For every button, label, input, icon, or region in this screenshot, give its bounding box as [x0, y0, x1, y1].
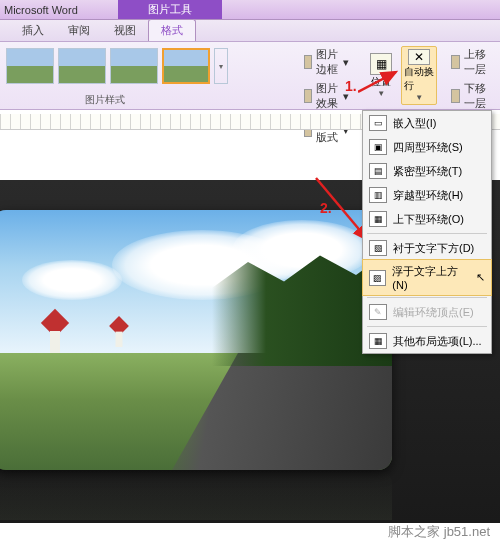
picture-border-label: 图片边框 [316, 47, 339, 77]
menu-item-topbottom[interactable]: ▦上下型环绕(O) [363, 207, 491, 231]
menu-label: 衬于文字下方(D) [393, 241, 474, 256]
picture-effects-label: 图片效果 [316, 81, 339, 111]
tab-format[interactable]: 格式 [148, 19, 196, 41]
style-thumb[interactable] [58, 48, 106, 84]
photo-windmill [40, 313, 70, 353]
through-icon: ▥ [369, 187, 387, 203]
dropdown-arrow-icon: ▼ [377, 89, 385, 98]
ribbon: ▾ 图片样式 图片边框 ▾ 图片效果 ▾ 图片版式 ▾ ▦ 位置 ▼ ✕ 自动换… [0, 42, 500, 110]
wrap-text-button[interactable]: ✕ 自动换行 ▼ [401, 46, 437, 105]
border-icon [304, 55, 312, 69]
title-bar: Microsoft Word 图片工具 [0, 0, 500, 20]
position-icon: ▦ [370, 53, 392, 75]
editpoints-icon: ✎ [369, 304, 387, 320]
menu-label: 上下型环绕(O) [393, 212, 464, 227]
dropdown-arrow-icon: ▼ [415, 93, 423, 102]
menu-label: 编辑环绕顶点(E) [393, 305, 474, 320]
position-button[interactable]: ▦ 位置 ▼ [363, 46, 399, 105]
menu-label: 四周型环绕(S) [393, 140, 463, 155]
gallery-more-button[interactable]: ▾ [214, 48, 228, 84]
square-icon: ▣ [369, 139, 387, 155]
wrap-text-menu: ▭嵌入型(I) ▣四周型环绕(S) ▤紧密型环绕(T) ▥穿越型环绕(H) ▦上… [362, 110, 492, 354]
menu-item-inline[interactable]: ▭嵌入型(I) [363, 111, 491, 135]
photo-windmill [109, 319, 130, 347]
menu-item-square[interactable]: ▣四周型环绕(S) [363, 135, 491, 159]
menu-label: 紧密型环绕(T) [393, 164, 462, 179]
watermark: 脚本之家 jb51.net [388, 523, 490, 541]
send-backward-label: 下移一层 [464, 81, 490, 111]
send-backward-button[interactable]: 下移一层 [447, 80, 494, 112]
picture-options: 图片边框 ▾ 图片效果 ▾ 图片版式 ▾ [294, 42, 359, 109]
callout-2: 2. [320, 200, 332, 216]
style-thumb[interactable] [110, 48, 158, 84]
behind-icon: ▧ [369, 240, 387, 256]
more-icon: ▦ [369, 333, 387, 349]
group-label-styles: 图片样式 [85, 93, 125, 107]
position-label: 位置 [371, 75, 391, 89]
tight-icon: ▤ [369, 163, 387, 179]
inserted-picture[interactable] [0, 210, 392, 470]
tab-view[interactable]: 视图 [102, 20, 148, 41]
bring-forward-label: 上移一层 [464, 47, 490, 77]
arrange-stack: 上移一层 下移一层 选择窗格 [441, 42, 500, 109]
picture-reflection [0, 470, 392, 520]
menu-label: 穿越型环绕(H) [393, 188, 463, 203]
app-title: Microsoft Word [0, 4, 78, 16]
wrap-icon: ✕ [408, 49, 430, 65]
forward-icon [451, 55, 460, 69]
menu-item-through[interactable]: ▥穿越型环绕(H) [363, 183, 491, 207]
inline-icon: ▭ [369, 115, 387, 131]
backward-icon [451, 89, 460, 103]
menu-label: 其他布局选项(L)... [393, 334, 482, 349]
callout-1: 1. [345, 78, 357, 94]
arrange-group: ▦ 位置 ▼ ✕ 自动换行 ▼ [359, 42, 441, 109]
style-thumb-selected[interactable] [162, 48, 210, 84]
menu-item-front[interactable]: ▨浮于文字上方(N)↖ [362, 259, 492, 296]
topbottom-icon: ▦ [369, 211, 387, 227]
ribbon-tabs: 插入 审阅 视图 格式 [0, 20, 500, 42]
menu-item-editpoints: ✎编辑环绕顶点(E) [363, 300, 491, 324]
tab-insert[interactable]: 插入 [10, 20, 56, 41]
tab-review[interactable]: 审阅 [56, 20, 102, 41]
menu-item-more[interactable]: ▦其他布局选项(L)... [363, 329, 491, 353]
cursor-icon: ↖ [476, 271, 485, 284]
wrap-label: 自动换行 [404, 65, 434, 93]
cloud-icon [22, 260, 122, 300]
context-tab-title: 图片工具 [118, 0, 222, 19]
picture-border-button[interactable]: 图片边框 ▾ [300, 46, 353, 78]
menu-label: 浮于文字上方(N) [392, 264, 470, 291]
menu-item-tight[interactable]: ▤紧密型环绕(T) [363, 159, 491, 183]
menu-separator [367, 233, 487, 234]
effects-icon [304, 89, 312, 103]
menu-separator [367, 326, 487, 327]
menu-label: 嵌入型(I) [393, 116, 436, 131]
style-thumb[interactable] [6, 48, 54, 84]
menu-separator [367, 297, 487, 298]
front-icon: ▨ [369, 270, 386, 286]
menu-item-behind[interactable]: ▧衬于文字下方(D) [363, 236, 491, 260]
bring-forward-button[interactable]: 上移一层 [447, 46, 494, 78]
